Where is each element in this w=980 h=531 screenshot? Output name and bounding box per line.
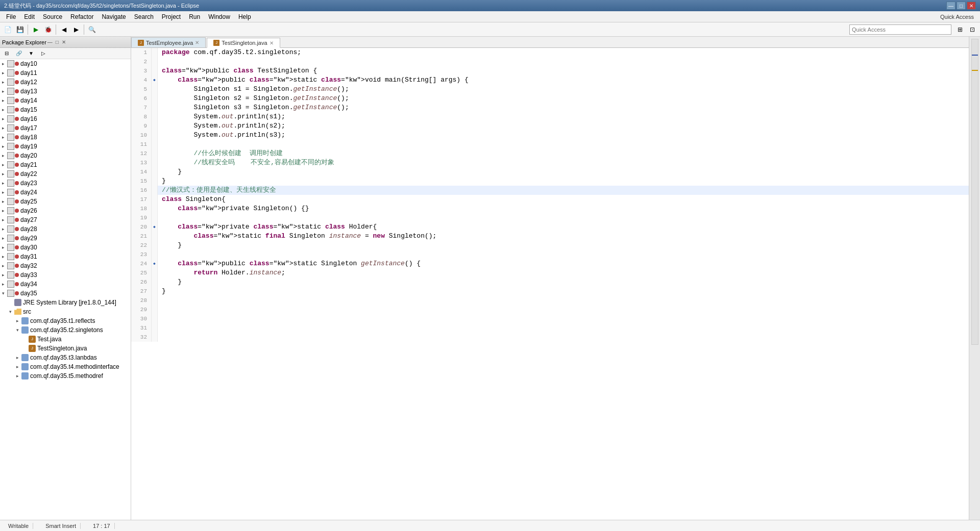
tree-arrow-day10[interactable]: ▸ [2,61,7,66]
line-content-21[interactable]: class="kw">static final Singleton instan… [158,232,969,241]
line-content-3[interactable]: class="kw">public class TestSingleton { [158,66,969,75]
tree-item-day25[interactable]: ▸day25 [0,197,131,206]
tree-item-day19[interactable]: ▸day19 [0,142,131,151]
new-button[interactable]: 📄 [2,24,13,35]
menu-item-run[interactable]: Run [185,12,204,21]
line-content-19[interactable] [158,213,969,222]
tree-item-testsingleton-java[interactable]: JTestSingleton.java [0,344,131,353]
tree-item-day17[interactable]: ▸day17 [0,123,131,133]
tree-arrow-pkg-t5[interactable]: ▸ [16,373,21,378]
tree-item-day21[interactable]: ▸day21 [0,160,131,169]
collapse-all-btn[interactable]: ⊟ [1,48,12,59]
tree-arrow-day20[interactable]: ▸ [2,153,7,158]
line-content-14[interactable]: } [158,167,969,176]
view-menu-btn[interactable]: ▼ [26,48,37,59]
tree-arrow-day24[interactable]: ▸ [2,190,7,195]
tree-item-day31[interactable]: ▸day31 [0,252,131,261]
minimize-button[interactable]: — [946,2,955,10]
tree-item-day20[interactable]: ▸day20 [0,151,131,160]
next-btn[interactable]: ▷ [38,48,49,59]
tree-item-src[interactable]: ▾src [0,307,131,316]
line-content-23[interactable] [158,250,969,259]
tree-item-day34[interactable]: ▸day34 [0,280,131,289]
tab-close-tab-employee[interactable]: ✕ [195,40,199,45]
maximize-button[interactable]: □ [957,2,966,10]
tree-arrow-day19[interactable]: ▸ [2,144,7,149]
tree-item-pkg-t2[interactable]: ▾com.qf.day35.t2.singletons [0,325,131,335]
panel-maximize-btn[interactable]: □ [55,39,60,45]
menu-item-help[interactable]: Help [234,12,255,21]
tree-arrow-day22[interactable]: ▸ [2,171,7,176]
tree-arrow-day16[interactable]: ▸ [2,116,7,121]
menu-item-navigate[interactable]: Navigate [97,12,130,21]
panel-minimize-btn[interactable]: — [46,39,54,45]
tree-item-day18[interactable]: ▸day18 [0,133,131,142]
tree-item-day12[interactable]: ▸day12 [0,78,131,87]
close-button[interactable]: ✕ [967,2,976,10]
line-content-20[interactable]: class="kw">private class="kw">static cla… [158,222,969,232]
tree-arrow-pkg-t4[interactable]: ▸ [16,364,21,369]
tree-item-day28[interactable]: ▸day28 [0,224,131,234]
tree-arrow-day14[interactable]: ▸ [2,98,7,103]
line-content-16[interactable]: //懒汉式：使用是创建、天生线程安全 [158,186,969,195]
quick-access-input[interactable] [849,24,951,35]
back-button[interactable]: ◀ [58,24,69,35]
tree-arrow-day13[interactable]: ▸ [2,89,7,94]
tree-arrow-day21[interactable]: ▸ [2,162,7,167]
tree-item-day22[interactable]: ▸day22 [0,169,131,179]
perspective-btn-2[interactable]: ⊡ [967,24,978,35]
tree-arrow-day28[interactable]: ▸ [2,226,7,232]
line-content-8[interactable]: System.out.println(s1); [158,112,969,121]
tree-arrow-day26[interactable]: ▸ [2,208,7,213]
tree-item-day15[interactable]: ▸day15 [0,105,131,114]
line-content-29[interactable] [158,305,969,314]
tree-arrow-day33[interactable]: ▸ [2,272,7,277]
tree-item-day27[interactable]: ▸day27 [0,215,131,224]
line-content-25[interactable]: return Holder.instance; [158,268,969,277]
tree-arrow-day32[interactable]: ▸ [2,263,7,268]
line-content-28[interactable] [158,296,969,305]
tree-item-day13[interactable]: ▸day13 [0,87,131,96]
line-content-10[interactable]: System.out.println(s3); [158,131,969,140]
tree-arrow-day18[interactable]: ▸ [2,135,7,140]
tree-arrow-day15[interactable]: ▸ [2,107,7,112]
tree-item-day16[interactable]: ▸day16 [0,114,131,123]
line-content-17[interactable]: class Singleton{ [158,195,969,204]
editor-tab-tab-employee[interactable]: JTestEmployee.java✕ [131,37,206,47]
line-content-4[interactable]: class="kw">public class="kw">static clas… [158,75,969,85]
save-button[interactable]: 💾 [14,24,26,35]
tree-item-day26[interactable]: ▸day26 [0,206,131,215]
tree-arrow-day34[interactable]: ▸ [2,282,7,287]
line-content-6[interactable]: Singleton s2 = Singleton.getInstance(); [158,94,969,103]
line-content-15[interactable]: } [158,176,969,186]
tree-item-pkg-t1[interactable]: ▸com.qf.day35.t1.reflects [0,316,131,325]
search-button[interactable]: 🔍 [86,24,97,35]
menu-item-source[interactable]: Source [39,12,66,21]
tree-arrow-day25[interactable]: ▸ [2,199,7,204]
panel-close-btn[interactable]: ✕ [61,39,67,45]
tree-item-day33[interactable]: ▸day33 [0,270,131,280]
tree-arrow-day11[interactable]: ▸ [2,70,7,75]
tree-item-pkg-t5[interactable]: ▸com.qf.day35.t5.methodref [0,371,131,381]
debug-button[interactable]: 🐞 [42,24,54,35]
line-content-7[interactable]: Singleton s3 = Singleton.getInstance(); [158,103,969,112]
menu-item-edit[interactable]: Edit [20,12,39,21]
menu-item-file[interactable]: File [2,12,20,21]
line-content-13[interactable]: //线程安全吗 不安全,容易创建不同的对象 [158,158,969,167]
tree-item-pkg-t3[interactable]: ▸com.qf.day35.t3.lanbdas [0,353,131,362]
line-content-11[interactable] [158,140,969,149]
tree-item-day14[interactable]: ▸day14 [0,96,131,105]
menu-item-refactor[interactable]: Refactor [66,12,97,21]
line-content-32[interactable] [158,333,969,342]
menu-item-project[interactable]: Project [158,12,185,21]
forward-button[interactable]: ▶ [70,24,82,35]
line-content-24[interactable]: class="kw">public class="kw">static Sing… [158,259,969,268]
tree-arrow-pkg-t3[interactable]: ▸ [16,355,21,360]
tab-close-tab-singleton[interactable]: ✕ [270,40,274,46]
link-editor-btn[interactable]: 🔗 [13,48,24,59]
tree-arrow-pkg-t2[interactable]: ▾ [16,327,21,333]
tree-item-day23[interactable]: ▸day23 [0,179,131,188]
tree-item-day32[interactable]: ▸day32 [0,261,131,270]
tree-arrow-day30[interactable]: ▸ [2,245,7,250]
tree-item-test-java[interactable]: JTest.java [0,335,131,344]
